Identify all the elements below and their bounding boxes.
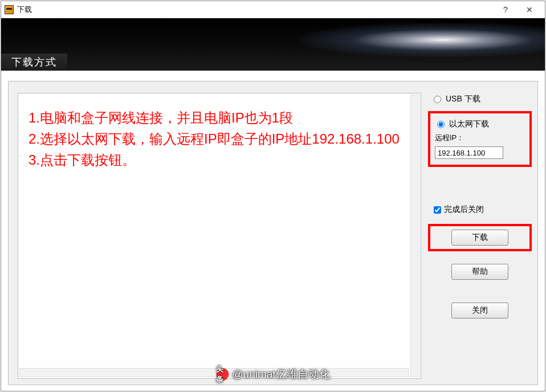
dialog-window: 下载 ? ✕ 下载方式 1.电脑和盒子网线连接，并且电脑IP也为1段 2.选择以… [1, 1, 545, 391]
ethernet-radio-input[interactable] [437, 121, 445, 128]
download-button-highlight: 下载 [428, 224, 532, 251]
usb-radio-label: USB 下载 [446, 94, 480, 104]
horizontal-scrollbar[interactable] [19, 368, 409, 377]
close-after-checkbox[interactable]: 完成后关闭 [431, 205, 528, 215]
usb-radio-input[interactable] [434, 96, 441, 103]
content-panel: 1.电脑和盒子网线连接，并且电脑IP也为1段 2.选择以太网下载，输入远程IP即… [18, 93, 421, 379]
usb-download-radio[interactable]: USB 下载 [431, 94, 528, 104]
ethernet-download-radio[interactable]: 以太网下载 [435, 119, 525, 129]
instructions-text: 1.电脑和盒子网线连接，并且电脑IP也为1段 2.选择以太网下载，输入远程IP即… [19, 95, 409, 367]
download-button[interactable]: 下载 [451, 230, 508, 246]
options-panel: USB 下载 以太网下载 远程IP： 完成后关闭 下载 帮助 [431, 93, 528, 379]
main-groupbox: 1.电脑和盒子网线连接，并且电脑IP也为1段 2.选择以太网下载，输入远程IP即… [8, 81, 538, 385]
ethernet-group-highlight: 以太网下载 远程IP： [428, 111, 532, 167]
instruction-line: 1.电脑和盒子网线连接，并且电脑IP也为1段 [28, 107, 400, 128]
close-button[interactable]: 关闭 [451, 303, 508, 318]
help-icon[interactable]: ? [494, 2, 518, 18]
vertical-scrollbar[interactable] [410, 95, 419, 377]
banner: 下载方式 [1, 18, 545, 71]
window-title: 下载 [17, 5, 494, 15]
close-icon[interactable]: ✕ [518, 2, 541, 18]
app-icon [5, 5, 14, 14]
close-after-label: 完成后关闭 [444, 205, 484, 215]
help-button[interactable]: 帮助 [451, 264, 508, 280]
remote-ip-input[interactable] [435, 146, 503, 159]
instruction-line: 3.点击下载按钮。 [28, 149, 400, 170]
remote-ip-label: 远程IP： [435, 133, 525, 143]
titlebar: 下载 ? ✕ [1, 1, 545, 18]
instruction-line: 2.选择以太网下载，输入远程IP即盒子的IP地址192.168.1.100 [28, 128, 400, 149]
ethernet-radio-label: 以太网下载 [449, 119, 489, 129]
section-title: 下载方式 [1, 54, 67, 71]
close-after-input[interactable] [434, 206, 441, 214]
